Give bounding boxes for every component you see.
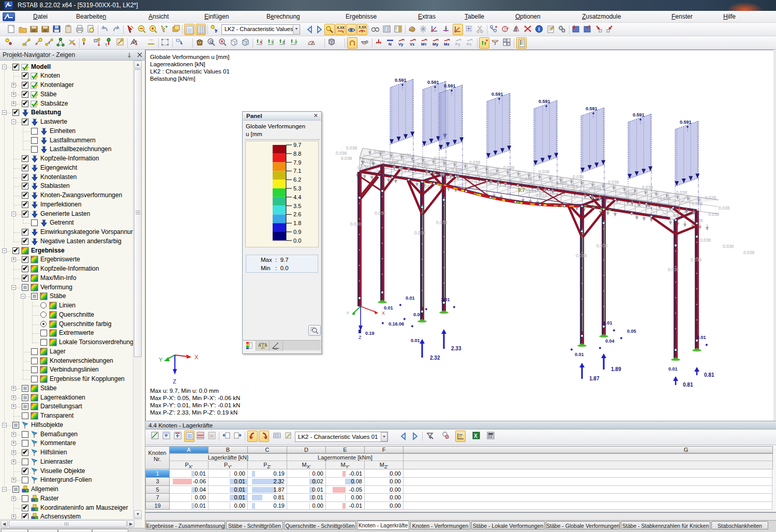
svg-text:Py: Py [455, 42, 460, 47]
svg-text:0.038: 0.038 [336, 151, 347, 156]
svg-text:+: + [73, 42, 76, 47]
svg-text:0.038: 0.038 [705, 195, 717, 200]
svg-text:1.89: 1.89 [611, 366, 621, 372]
svg-text:Y: Y [346, 311, 349, 316]
svg-text:0.038: 0.038 [363, 158, 374, 163]
svg-text:0.038: 0.038 [590, 186, 602, 191]
svg-text:9.7: 9.7 [518, 187, 525, 193]
svg-text:Vy: Vy [398, 42, 404, 47]
svg-text:Pz: Pz [467, 42, 471, 47]
svg-text:0.01: 0.01 [575, 352, 584, 357]
svg-text:Q: Q [210, 39, 213, 44]
svg-text:My: My [432, 42, 439, 47]
svg-text:0.038: 0.038 [434, 156, 445, 161]
svg-text:0.038: 0.038 [452, 167, 463, 172]
svg-text:7.1: 7.1 [293, 168, 301, 174]
svg-text:¶: ¶ [105, 42, 108, 47]
svg-text:0.01: 0.01 [411, 338, 420, 343]
svg-text:0.038: 0.038 [692, 201, 703, 206]
svg-text:0.16.06: 0.16.06 [389, 321, 404, 327]
svg-text:Z: Z [282, 40, 285, 44]
svg-text:Mᴛ: Mᴛ [421, 42, 427, 47]
svg-text:0.038: 0.038 [503, 165, 515, 170]
svg-text:+: + [165, 24, 168, 29]
svg-text:Mz: Mz [444, 42, 450, 47]
svg-text:0.038: 0.038 [374, 150, 385, 155]
svg-text:0.038: 0.038 [486, 171, 497, 176]
svg-text:0.038: 0.038 [660, 196, 671, 201]
svg-text:0.038: 0.038 [387, 160, 399, 165]
svg-text:0.038: 0.038 [350, 221, 362, 227]
svg-text:0.038: 0.038 [723, 244, 734, 249]
svg-text:9.7: 9.7 [293, 142, 301, 148]
svg-text:0.0: 0.0 [293, 238, 301, 244]
svg-text:0.591: 0.591 [539, 99, 550, 104]
svg-text:X.XX: X.XX [337, 26, 345, 29]
svg-text:0.01: 0.01 [384, 305, 393, 311]
svg-text:X: X [260, 40, 262, 44]
svg-text:2.33: 2.33 [451, 346, 461, 351]
svg-text:0.591: 0.591 [633, 112, 645, 117]
svg-text:X: X [474, 433, 477, 439]
svg-text:0.038: 0.038 [743, 250, 755, 255]
svg-text:0.038: 0.038 [521, 176, 532, 182]
svg-text:0.038: 0.038 [436, 220, 447, 225]
svg-text:0.024: 0.024 [567, 184, 578, 189]
svg-text:0.038: 0.038 [700, 238, 711, 243]
svg-text:0.038: 0.038 [469, 160, 481, 165]
svg-text:0.024: 0.024 [526, 189, 537, 194]
svg-text:0.038: 0.038 [417, 162, 429, 167]
svg-text:I: I [49, 40, 50, 45]
svg-text:0.591: 0.591 [395, 78, 407, 83]
svg-text:X: X [195, 354, 199, 360]
svg-text:0.038: 0.038 [624, 191, 636, 196]
svg-text:0.038: 0.038 [596, 243, 608, 248]
svg-text:0.024: 0.024 [536, 193, 547, 198]
svg-text:2.6: 2.6 [293, 211, 301, 217]
svg-text:Y: Y [271, 40, 274, 44]
svg-text:Z: Z [359, 335, 362, 340]
svg-text:0.01: 0.01 [406, 295, 415, 301]
svg-text:0.038: 0.038 [539, 169, 550, 174]
svg-text:1: 1 [215, 29, 217, 33]
svg-text:0.038: 0.038 [556, 181, 568, 186]
svg-text:0.9: 0.9 [293, 229, 301, 235]
svg-text:0.591: 0.591 [586, 106, 598, 111]
svg-text:0.591: 0.591 [427, 80, 439, 85]
svg-text:i: i [539, 26, 540, 32]
svg-text:0.038: 0.038 [400, 153, 411, 158]
svg-text:1.01: 1.01 [603, 320, 613, 326]
svg-text:0.038: 0.038 [414, 230, 426, 235]
svg-text:0.591: 0.591 [491, 92, 503, 97]
svg-text:0.591: 0.591 [680, 120, 692, 125]
svg-text:0.01: 0.01 [668, 366, 678, 372]
svg-text:7.9: 7.9 [293, 159, 301, 166]
svg-text:0.038: 0.038 [676, 190, 688, 195]
svg-text:N: N [389, 42, 392, 47]
svg-text:0.038: 0.038 [341, 156, 352, 161]
svg-text:6.2: 6.2 [293, 176, 301, 183]
svg-text:1.8: 1.8 [293, 220, 301, 226]
svg-text:0.038: 0.038 [719, 205, 730, 211]
svg-text:3.5: 3.5 [293, 203, 301, 209]
svg-text:0.19: 0.19 [365, 331, 375, 336]
svg-text:0.06: 0.06 [413, 312, 423, 317]
svg-text:0.038: 0.038 [708, 212, 720, 217]
svg-text:-Y: -Y [294, 40, 297, 44]
svg-text:Y: Y [159, 357, 163, 363]
svg-text:1.87: 1.87 [589, 376, 600, 381]
svg-text:2.32: 2.32 [430, 355, 440, 361]
svg-text:X.XX: X.XX [359, 25, 366, 29]
svg-text:x: x [135, 39, 137, 43]
svg-text:0.81: 0.81 [683, 382, 693, 388]
svg-text:Z: Z [173, 378, 176, 385]
svg-text:1.01: 1.01 [441, 297, 450, 302]
svg-text:0.01: 0.01 [697, 335, 706, 340]
svg-text:5.3: 5.3 [293, 185, 301, 191]
svg-text:0.038: 0.038 [608, 180, 619, 185]
svg-text:0.038: 0.038 [576, 253, 587, 258]
svg-text:Vz: Vz [410, 42, 414, 47]
svg-text:0.038: 0.038 [346, 145, 357, 151]
svg-text:0.038: 0.038 [573, 174, 584, 180]
svg-text:0.81: 0.81 [704, 372, 714, 378]
